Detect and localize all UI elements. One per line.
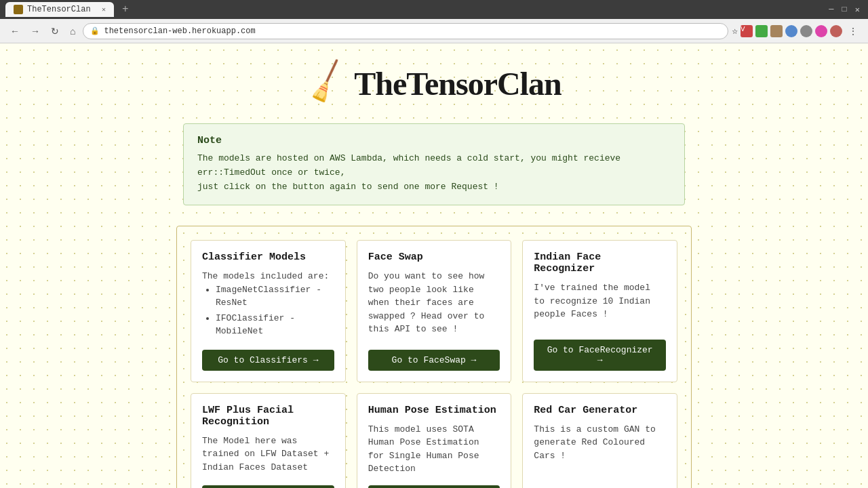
browser-tab[interactable]: TheTensorClan ✕ [5,2,114,17]
site-header: 🧹 TheTensorClan [14,57,854,103]
card-indian-face-recognizer-title: Indian Face Recognizer [534,251,666,274]
cards-container: Classifier Models The models included ar… [176,226,692,488]
card-red-car-generator: Red Car Generator This is a custom GAN t… [522,393,677,488]
go-to-facerecognizer-button[interactable]: Go to FaceRecognizer → [534,340,666,371]
extension-icon-2[interactable] [755,25,768,37]
cards-grid: Classifier Models The models included ar… [191,240,677,488]
site-title: TheTensorClan [354,65,561,102]
extension-icon-1[interactable]: V [741,25,753,37]
go-to-classifiers-button[interactable]: Go to Classifiers → [202,350,334,371]
broom-icon: 🧹 [301,58,353,108]
browser-chrome: TheTensorClan ✕ + ─ □ ✕ ← → ↻ ⌂ 🔒 theten… [0,0,868,43]
note-text: The models are hosted on AWS Lambda, whi… [197,152,671,194]
maximize-button[interactable]: □ [842,5,847,15]
card-face-swap-desc: Do you want to see how two people look l… [368,270,500,340]
card-indian-face-recognizer-desc: I've trained the model to recognize 10 I… [534,281,666,330]
browser-toolbar: ← → ↻ ⌂ 🔒 thetensorclan-web.herokuapp.co… [0,19,868,43]
card-classifier-models-title: Classifier Models [202,251,334,263]
toolbar-right-icons: ☆ V ⋮ [732,24,861,38]
card-human-pose-title: Human Pose Estimation [368,405,500,416]
tab-favicon [14,5,23,14]
card-human-pose-estimation: Human Pose Estimation This model uses SO… [357,393,512,488]
menu-button[interactable]: ⋮ [845,24,861,38]
card-red-car-desc: This is a custom GAN to generate Red Col… [534,423,666,486]
page-content: 🧹 TheTensorClan Note The models are host… [0,43,868,488]
extension-icon-5[interactable] [800,25,812,37]
close-button[interactable]: ✕ [855,5,860,15]
list-item: IFOClassifier - MobileNet [216,312,334,338]
minimize-button[interactable]: ─ [829,5,833,15]
card-lwf-facial-recognition: LWF Plus Facial Recognition The Model he… [191,393,346,488]
card-indian-face-recognizer: Indian Face Recognizer I've trained the … [522,240,677,382]
card-lwf-title: LWF Plus Facial Recognition [202,405,334,428]
card-human-pose-desc: This model uses SOTA Human Pose Estimati… [368,423,500,476]
go-to-lwf-facerecognizer-button[interactable]: Go to FaceRecognizer → [202,485,334,488]
card-classifier-models-desc: The models included are: ImageNetClassif… [202,270,334,340]
header-content: 🧹 TheTensorClan [307,64,561,103]
note-title: Note [197,135,671,146]
refresh-button[interactable]: ↻ [47,24,62,38]
profile-avatar[interactable] [830,25,842,37]
tab-close-button[interactable]: ✕ [102,5,106,14]
go-to-faceswap-button[interactable]: Go to FaceSwap → [368,350,500,371]
extension-icon-3[interactable] [770,25,783,37]
forward-button[interactable]: → [27,24,43,38]
new-tab-button[interactable]: + [117,3,134,16]
card-lwf-desc: The Model here was trained on LFW Datase… [202,434,334,476]
extension-icon-6[interactable] [815,25,827,37]
star-icon[interactable]: ☆ [732,25,738,37]
go-to-humanposeestimator-button[interactable]: Go to HumanPoseEstimator → [368,485,500,488]
card-red-car-title: Red Car Generator [534,405,666,416]
extension-icon-4[interactable] [785,25,797,37]
card-face-swap-title: Face Swap [368,251,500,263]
url-display: thetensorclan-web.herokuapp.com [104,26,255,36]
card-classifier-models: Classifier Models The models included ar… [191,240,346,382]
tab-title: TheTensorClan [27,5,91,14]
address-bar[interactable]: 🔒 thetensorclan-web.herokuapp.com [83,23,728,39]
list-item: ImageNetClassifier - ResNet [216,283,334,310]
back-button[interactable]: ← [7,24,23,38]
note-box: Note The models are hosted on AWS Lambda… [183,123,685,205]
home-button[interactable]: ⌂ [66,24,79,38]
browser-titlebar: TheTensorClan ✕ + ─ □ ✕ [0,0,868,19]
security-lock-icon: 🔒 [90,26,100,35]
card-face-swap: Face Swap Do you want to see how two peo… [357,240,512,382]
